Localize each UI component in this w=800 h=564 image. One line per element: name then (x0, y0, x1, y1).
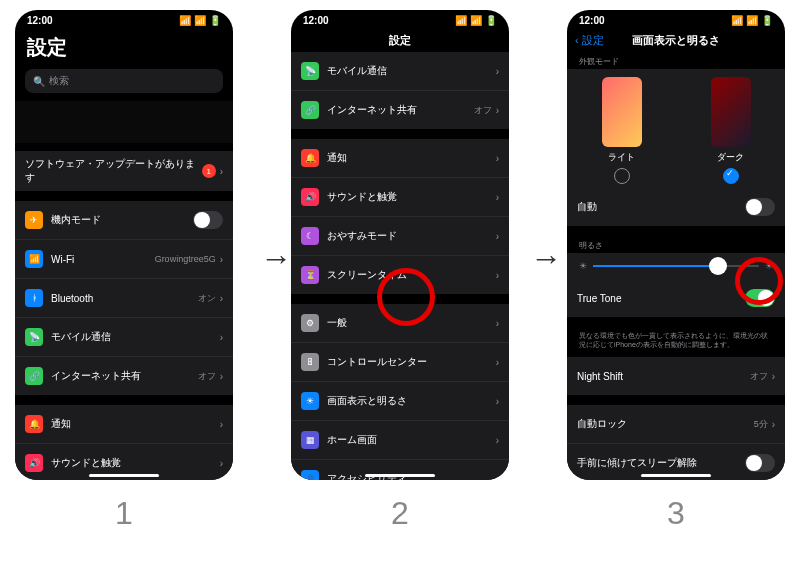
automatic-label: 自動 (577, 200, 745, 214)
settings-row-antenna[interactable]: 📡モバイル通信› (15, 318, 233, 357)
chevron-right-icon: › (220, 332, 223, 343)
nightshift-row[interactable]: Night Shift オフ › (567, 357, 785, 395)
section-brightness: 明るさ (567, 236, 785, 253)
chevron-right-icon: › (496, 153, 499, 164)
nav-bar: 設定 (291, 28, 509, 52)
chevron-right-icon: › (772, 419, 775, 430)
wifi-icon: 📶 (470, 15, 482, 26)
settings-row-link[interactable]: 🔗インターネット共有オフ› (15, 357, 233, 395)
step-number-2: 2 (391, 495, 409, 532)
page-title: 画面表示と明るさ (632, 33, 720, 48)
link-icon: 🔗 (301, 101, 319, 119)
status-time: 12:00 (27, 15, 53, 26)
signal-icon: 📶 (731, 15, 743, 26)
settings-row-grid[interactable]: ▦ホーム画面› (291, 421, 509, 460)
chevron-right-icon: › (496, 66, 499, 77)
row-label: 画面表示と明るさ (327, 394, 496, 408)
person-icon: 👤 (301, 470, 319, 480)
chevron-right-icon: › (496, 270, 499, 281)
row-label: Wi-Fi (51, 254, 155, 265)
wifi-icon: 📶 (746, 15, 758, 26)
row-label: サウンドと触覚 (327, 190, 496, 204)
row-label: サウンドと触覚 (51, 456, 220, 470)
status-bar: 12:00 📶 📶 🔋 (291, 10, 509, 28)
page-title: 設定 (389, 33, 411, 48)
back-button[interactable]: ‹ 設定 (575, 33, 604, 48)
sun-bright-icon: ☀ (765, 261, 773, 271)
row-label: 機内モード (51, 213, 193, 227)
settings-row-bell[interactable]: 🔔通知› (291, 139, 509, 178)
settings-row-hourglass[interactable]: ⏳スクリーンタイム› (291, 256, 509, 294)
chevron-right-icon: › (496, 357, 499, 368)
battery-icon: 🔋 (761, 15, 773, 26)
row-label: 一般 (327, 316, 496, 330)
truetone-row[interactable]: True Tone (567, 279, 785, 317)
row-value: オフ (474, 104, 492, 117)
chevron-right-icon: › (220, 166, 223, 177)
truetone-footnote: 異なる環境でも色が一貫して表示されるように、環境光の状況に応じてiPhoneの表… (567, 327, 785, 357)
antenna-icon: 📡 (301, 62, 319, 80)
chevron-right-icon: › (496, 435, 499, 446)
row-label: モバイル通信 (51, 330, 216, 344)
automatic-row[interactable]: 自動 (567, 188, 785, 226)
row-label: 通知 (327, 151, 496, 165)
settings-row-sun[interactable]: ☀画面表示と明るさ› (291, 382, 509, 421)
appearance-dark-option[interactable]: ダーク (711, 77, 751, 184)
nightshift-label: Night Shift (577, 371, 750, 382)
hourglass-icon: ⏳ (301, 266, 319, 284)
gear-icon: ⚙ (301, 314, 319, 332)
settings-row-person[interactable]: 👤アクセシビリティ› (291, 460, 509, 480)
truetone-label: True Tone (577, 293, 745, 304)
settings-row-wifi[interactable]: 📶Wi-FiGrowingtree5G› (15, 240, 233, 279)
chevron-right-icon: › (220, 293, 223, 304)
link-icon: 🔗 (25, 367, 43, 385)
light-label: ライト (608, 151, 635, 164)
search-input[interactable]: 🔍 検索 (25, 69, 223, 93)
raise-toggle[interactable] (745, 454, 775, 472)
settings-row-airplane[interactable]: ✈機内モード (15, 201, 233, 240)
home-indicator[interactable] (89, 474, 159, 477)
chevron-right-icon: › (496, 318, 499, 329)
settings-row-toggles[interactable]: 🎚コントロールセンター› (291, 343, 509, 382)
speaker-icon: 🔊 (25, 454, 43, 472)
sun-dim-icon: ☀ (579, 261, 587, 271)
arrow-1: → (260, 240, 292, 277)
settings-row-link[interactable]: 🔗インターネット共有オフ› (291, 91, 509, 129)
battery-icon: 🔋 (209, 15, 221, 26)
status-time: 12:00 (303, 15, 329, 26)
row-label: スクリーンタイム (327, 268, 496, 282)
row-label: インターネット共有 (327, 103, 474, 117)
settings-row-speaker[interactable]: 🔊サウンドと触覚› (291, 178, 509, 217)
speaker-icon: 🔊 (301, 188, 319, 206)
automatic-toggle[interactable] (745, 198, 775, 216)
apple-id-row[interactable] (15, 101, 233, 143)
row-toggle[interactable] (193, 211, 223, 229)
autolock-label: 自動ロック (577, 417, 754, 431)
row-label: モバイル通信 (327, 64, 492, 78)
antenna-icon: 📡 (25, 328, 43, 346)
appearance-light-option[interactable]: ライト (602, 77, 642, 184)
home-indicator[interactable] (641, 474, 711, 477)
home-indicator[interactable] (365, 474, 435, 477)
raise-label: 手前に傾けてスリープ解除 (577, 456, 745, 470)
settings-row-moon[interactable]: ☾おやすみモード› (291, 217, 509, 256)
truetone-toggle[interactable] (745, 289, 775, 307)
settings-row-bell[interactable]: 🔔通知› (15, 405, 233, 444)
radio-selected-icon (723, 168, 739, 184)
step-number-3: 3 (667, 495, 685, 532)
software-update-label: ソフトウェア・アップデートがあります (25, 157, 202, 185)
row-label: インターネット共有 (51, 369, 198, 383)
signal-icon: 📶 (455, 15, 467, 26)
status-time: 12:00 (579, 15, 605, 26)
nav-bar: ‹ 設定 画面表示と明るさ (567, 28, 785, 52)
row-value: Growingtree5G (155, 254, 216, 264)
chevron-right-icon: › (496, 396, 499, 407)
bell-icon: 🔔 (25, 415, 43, 433)
settings-row-antenna[interactable]: 📡モバイル通信› (291, 52, 509, 91)
chevron-right-icon: › (772, 371, 775, 382)
settings-row-gear[interactable]: ⚙一般› (291, 304, 509, 343)
software-update-row[interactable]: ソフトウェア・アップデートがあります 1 › (15, 151, 233, 191)
settings-row-bluetooth[interactable]: ᚼBluetoothオン› (15, 279, 233, 318)
brightness-slider[interactable]: ☀ ☀ (567, 253, 785, 279)
autolock-row[interactable]: 自動ロック 5分 › (567, 405, 785, 444)
